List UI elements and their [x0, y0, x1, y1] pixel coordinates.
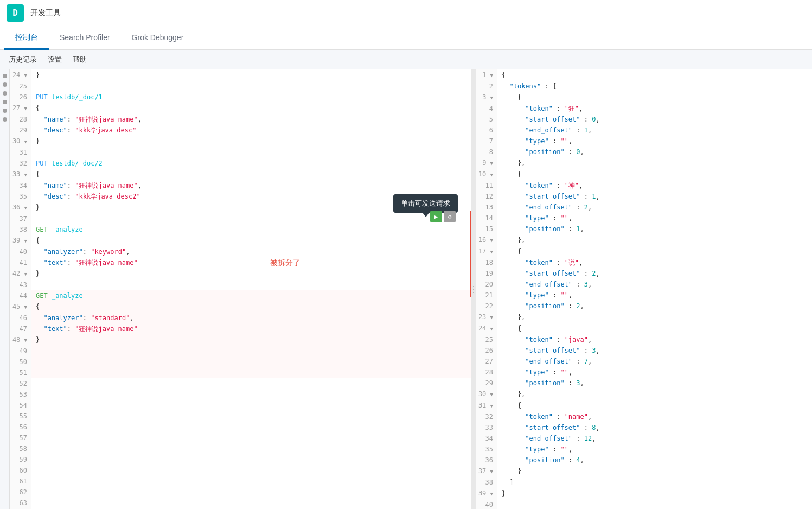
line-content[interactable]: [31, 81, 471, 92]
line-number: 32: [476, 411, 497, 422]
table-row: 16 ▼ },: [476, 234, 812, 246]
line-number: 8: [476, 147, 497, 157]
nav-settings[interactable]: 设置: [48, 55, 62, 65]
line-content[interactable]: }: [31, 268, 471, 279]
drag-handle[interactable]: [471, 69, 476, 509]
line-content[interactable]: [31, 432, 471, 443]
table-row: 62: [10, 487, 471, 498]
left-sidebar: [0, 69, 10, 509]
line-content[interactable]: GET _analyze: [31, 224, 471, 235]
line-content[interactable]: [31, 400, 471, 411]
line-content[interactable]: {: [31, 301, 471, 313]
settings-button[interactable]: ⚙: [444, 211, 456, 222]
line-content[interactable]: }: [31, 69, 471, 81]
line-number: 4: [476, 103, 497, 114]
editor-panel[interactable]: 单击可发送请求 ▶ ⚙ 被拆分了 24 ▼}2526PUT testdb/_do…: [10, 69, 471, 509]
line-content[interactable]: [31, 498, 471, 508]
tab-bar: 控制台 Search Profiler Grok Debugger: [0, 26, 812, 50]
line-number: 33 ▼: [10, 169, 31, 180]
json-line-content: "token" : "name",: [497, 411, 812, 422]
line-number: 1 ▼: [476, 69, 497, 81]
line-content[interactable]: [31, 476, 471, 487]
line-content[interactable]: "name": "狂神说java name",: [31, 180, 471, 191]
tab-grok-debugger[interactable]: Grok Debugger: [121, 26, 195, 50]
line-number: 53: [10, 389, 31, 400]
line-content[interactable]: [31, 487, 471, 498]
code-editor[interactable]: 24 ▼}2526PUT testdb/_doc/127 ▼{28 "name"…: [10, 69, 471, 509]
line-number: 47: [10, 323, 31, 334]
top-bar: D 开发工具: [0, 0, 812, 26]
line-content[interactable]: [31, 346, 471, 357]
nav-history[interactable]: 历史记录: [9, 55, 37, 65]
editor-content[interactable]: 单击可发送请求 ▶ ⚙ 被拆分了 24 ▼}2526PUT testdb/_do…: [10, 69, 471, 509]
table-row: 19 "start_offset" : 2,: [476, 268, 812, 279]
line-content[interactable]: "analyzer": "keyword",: [31, 246, 471, 257]
line-content[interactable]: [31, 422, 471, 432]
run-button[interactable]: ▶: [430, 211, 442, 222]
line-content[interactable]: "analyzer": "standard",: [31, 313, 471, 323]
line-number: 24 ▼: [10, 69, 31, 81]
table-row: 26PUT testdb/_doc/1: [10, 92, 471, 103]
table-row: 57: [10, 432, 471, 443]
sidebar-indicator: [3, 91, 7, 96]
json-line-content: "start_offset" : 3,: [497, 345, 812, 356]
line-content[interactable]: [31, 147, 471, 158]
line-content[interactable]: GET _analyze: [31, 290, 471, 301]
line-number: 20: [476, 279, 497, 290]
line-number: 62: [10, 487, 31, 498]
tab-search-profiler[interactable]: Search Profiler: [49, 26, 121, 50]
json-line-content: {: [497, 323, 812, 334]
table-row: 29 "position" : 3,: [476, 378, 812, 389]
line-content[interactable]: "desc": "kkk学java desc": [31, 125, 471, 136]
line-number: 30 ▼: [10, 136, 31, 147]
line-content[interactable]: [31, 279, 471, 290]
line-number: 2: [476, 81, 497, 92]
line-content[interactable]: PUT testdb/_doc/2: [31, 158, 471, 169]
line-content[interactable]: [31, 443, 471, 454]
table-row: 38 ]: [476, 477, 812, 488]
table-row: 34 "name": "狂神说java name",: [10, 180, 471, 191]
line-number: 40: [10, 246, 31, 257]
line-content[interactable]: {: [31, 169, 471, 180]
table-row: 39 ▼{: [10, 235, 471, 246]
line-content[interactable]: [31, 378, 471, 389]
table-row: 15 "position" : 1,: [476, 224, 812, 234]
line-content[interactable]: [31, 389, 471, 400]
json-line-content: "end_offset" : 2,: [497, 202, 812, 213]
line-number: 24 ▼: [476, 323, 497, 334]
table-row: 52: [10, 378, 471, 389]
line-number: 51: [10, 367, 31, 378]
line-content[interactable]: [31, 357, 471, 367]
line-number: 3 ▼: [476, 92, 497, 103]
table-row: 38GET _analyze: [10, 224, 471, 235]
line-content[interactable]: "text": "狂神说java name": [31, 257, 471, 268]
line-number: 61: [10, 476, 31, 487]
line-content[interactable]: [31, 367, 471, 378]
line-content[interactable]: {: [31, 103, 471, 114]
line-content[interactable]: {: [31, 235, 471, 246]
json-line-content: "end_offset" : 7,: [497, 356, 812, 367]
sidebar-indicator: [3, 117, 7, 122]
table-row: 37 ▼ }: [476, 466, 812, 477]
line-content[interactable]: PUT testdb/_doc/1: [31, 92, 471, 103]
line-content[interactable]: [31, 465, 471, 476]
sidebar-indicator: [3, 74, 7, 78]
line-number: 27: [476, 356, 497, 367]
tab-console[interactable]: 控制台: [4, 26, 49, 50]
table-row: 9 ▼ },: [476, 157, 812, 169]
json-line-content: "type" : "",: [497, 290, 812, 301]
line-number: 59: [10, 454, 31, 465]
line-content[interactable]: [31, 454, 471, 465]
line-number: 21: [476, 290, 497, 301]
line-content[interactable]: "name": "狂神说java name",: [31, 114, 471, 125]
table-row: 7 "type" : "",: [476, 136, 812, 147]
line-content[interactable]: }: [31, 334, 471, 346]
line-content[interactable]: }: [31, 136, 471, 147]
table-row: 5 "start_offset" : 0,: [476, 114, 812, 125]
nav-help[interactable]: 帮助: [73, 55, 87, 65]
json-line-content: }: [497, 488, 812, 499]
line-number: 54: [10, 400, 31, 411]
line-content[interactable]: [31, 411, 471, 422]
json-line-content: },: [497, 157, 812, 169]
line-content[interactable]: "text": "狂神说java name": [31, 323, 471, 334]
